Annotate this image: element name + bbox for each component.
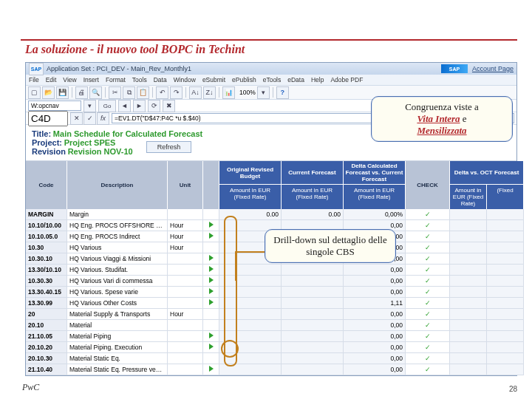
- col-code: Code: [26, 161, 67, 209]
- fx-confirm-icon[interactable]: ✓: [83, 112, 96, 125]
- paste-icon[interactable]: 📋: [137, 86, 149, 99]
- row-code[interactable]: 20.10.20: [26, 342, 67, 353]
- row-code[interactable]: 10.10.05.0: [26, 231, 67, 242]
- row-unit: [168, 364, 203, 375]
- col-check: CHECK: [406, 161, 450, 209]
- row-code[interactable]: 21.10.40: [26, 364, 67, 375]
- drill-down-button: [203, 242, 219, 253]
- workspace-input[interactable]: [28, 100, 81, 111]
- menu-esubmit[interactable]: eSubmit: [202, 76, 225, 83]
- row-code[interactable]: 10.30: [26, 242, 67, 253]
- undo-icon[interactable]: ↶: [156, 86, 168, 99]
- menu-window[interactable]: Window: [174, 76, 196, 83]
- row-desc: HQ Various. Spese varie: [67, 287, 168, 298]
- sort-asc-icon[interactable]: A↓: [189, 86, 202, 99]
- print-icon[interactable]: 🖨: [75, 86, 88, 99]
- menu-data[interactable]: Data: [154, 76, 167, 83]
- row-check: ✓: [406, 342, 450, 353]
- cut-icon[interactable]: ✂: [109, 86, 121, 99]
- fx-cancel-icon[interactable]: ✕: [70, 112, 83, 125]
- row-code[interactable]: 20: [26, 309, 67, 320]
- row-cf: [282, 353, 344, 364]
- refresh-icon[interactable]: ⟳: [148, 100, 160, 112]
- refresh-button[interactable]: Refresh: [146, 141, 192, 153]
- row-d2: [487, 298, 524, 309]
- chart-icon[interactable]: 📊: [222, 86, 235, 99]
- menu-file[interactable]: File: [29, 76, 39, 83]
- row-code[interactable]: 13.30.99: [26, 298, 67, 309]
- row-code[interactable]: 10.30.10: [26, 253, 67, 265]
- drill-down-button[interactable]: [203, 342, 219, 353]
- row-code[interactable]: 20.10.30: [26, 353, 67, 364]
- triangle-right-icon: [209, 266, 214, 272]
- row-code[interactable]: 10.10/10.00: [26, 220, 67, 231]
- drill-down-button[interactable]: [203, 231, 219, 242]
- callout-top: Congruenza viste a Vita Intera e Mensili…: [371, 96, 513, 142]
- row-check: ✓: [406, 265, 450, 276]
- drill-down-button[interactable]: [203, 253, 219, 265]
- row-code[interactable]: 21.10.05: [26, 331, 67, 342]
- row-cf: [282, 276, 344, 287]
- menu-etools[interactable]: eTools: [263, 76, 282, 83]
- row-delta: 0,00: [344, 353, 406, 364]
- menu-format[interactable]: Format: [106, 76, 126, 83]
- highlight-circle: [221, 340, 239, 358]
- nav-fwd-icon[interactable]: ►: [133, 100, 146, 112]
- row-delta: 1,11: [344, 298, 406, 309]
- drill-down-button[interactable]: [203, 298, 219, 309]
- row-delta: 0,00: [344, 276, 406, 287]
- col-delta-sub: Amount in EUR (Fixed Rate): [344, 184, 406, 209]
- nav-back-icon[interactable]: ◄: [118, 100, 131, 112]
- sort-desc-icon[interactable]: Z↓: [203, 86, 216, 99]
- menu-adobepdf[interactable]: Adobe PDF: [330, 76, 363, 83]
- open-icon[interactable]: 📂: [42, 86, 55, 99]
- row-d1: [450, 320, 487, 331]
- menu-tools[interactable]: Tools: [132, 76, 147, 83]
- menu-help[interactable]: Help: [311, 76, 324, 83]
- drill-down-button[interactable]: [203, 331, 219, 342]
- row-cf: [282, 298, 344, 309]
- row-delta: 0,00: [344, 342, 406, 353]
- new-icon[interactable]: ▢: [28, 86, 41, 99]
- row-d2: [487, 220, 524, 231]
- zoom-dropdown-icon[interactable]: ▾: [257, 86, 270, 99]
- save-icon[interactable]: 💾: [56, 86, 69, 99]
- menu-view[interactable]: View: [63, 76, 76, 83]
- row-d1: [450, 331, 487, 342]
- row-code[interactable]: MARGIN: [26, 209, 67, 220]
- row-code[interactable]: 13.30/10.10: [26, 265, 67, 276]
- menu-epublish[interactable]: ePublish: [232, 76, 256, 83]
- drill-down-button[interactable]: [203, 220, 219, 231]
- ws-dropdown-icon[interactable]: ▾: [83, 100, 96, 112]
- row-check: ✓: [406, 276, 450, 287]
- row-desc: HQ Eng. PROCS OFFSHORE ext.srv: [67, 220, 168, 231]
- stop-icon[interactable]: ✖: [163, 100, 175, 112]
- row-d1: [450, 253, 487, 265]
- col-deltaoct-sub1: Amount in EUR (Fixed Rate): [450, 184, 487, 209]
- search-icon[interactable]: 🔍: [89, 86, 102, 99]
- drill-down-button[interactable]: [203, 287, 219, 298]
- row-desc: Material: [67, 320, 168, 331]
- row-code[interactable]: 10.30.30: [26, 276, 67, 287]
- row-d1: [450, 309, 487, 320]
- row-code[interactable]: 20.10: [26, 320, 67, 331]
- drill-down-button[interactable]: [203, 265, 219, 276]
- cell-ref-input[interactable]: [28, 111, 68, 126]
- menu-edata[interactable]: eData: [287, 76, 304, 83]
- row-delta: 0,00: [344, 331, 406, 342]
- row-unit: [168, 265, 203, 276]
- drill-down-button[interactable]: [203, 364, 219, 375]
- account-page-link[interactable]: Account Page: [472, 65, 514, 72]
- arrow-1: [235, 251, 265, 253]
- copy-icon[interactable]: ⧉: [123, 86, 135, 99]
- redo-icon[interactable]: ↷: [170, 86, 183, 99]
- row-cf: [282, 287, 344, 298]
- fx-icon[interactable]: fx: [97, 112, 109, 125]
- row-code[interactable]: 13.30.40.15: [26, 287, 67, 298]
- help-icon[interactable]: ?: [276, 86, 289, 99]
- menu-edit[interactable]: Edit: [46, 76, 57, 83]
- drill-down-button[interactable]: [203, 276, 219, 287]
- menu-insert[interactable]: Insert: [83, 76, 99, 83]
- row-desc: HQ Various Vari di commessa: [67, 276, 168, 287]
- go-button[interactable]: Go: [98, 100, 116, 112]
